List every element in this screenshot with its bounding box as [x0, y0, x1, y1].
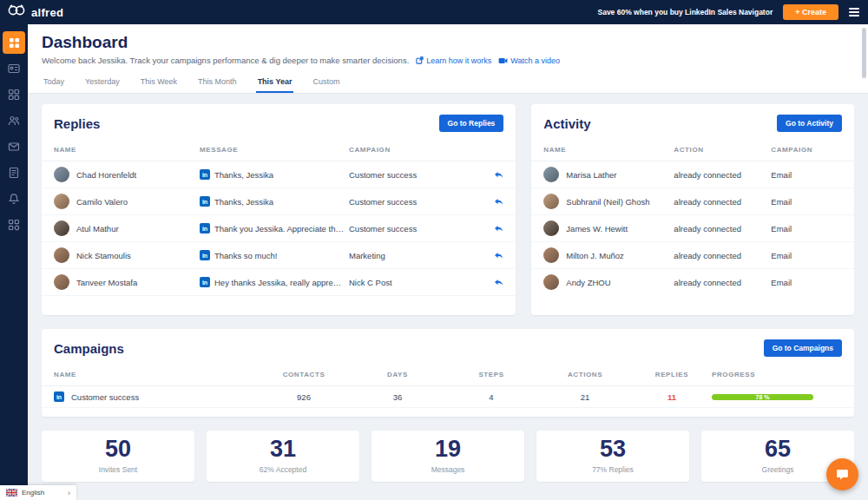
tab-today[interactable]: Today [42, 74, 66, 93]
page-header: Dashboard Welcome back Jessika. Track yo… [28, 24, 868, 94]
chat-bubble-icon [835, 468, 850, 482]
progress-fill: 78 % [712, 394, 813, 400]
campaigns-table-header: NAME CONTACTS DAYS STEPS ACTIONS REPLIES… [42, 364, 854, 386]
prospect-card-icon [8, 62, 20, 75]
scrollbar-thumb[interactable] [862, 28, 866, 78]
inbox-envelope-icon [8, 141, 20, 153]
reply-row[interactable]: Nick Stamoulis inThanks so much! Marketi… [42, 242, 516, 269]
sidebar-item-prospects[interactable] [3, 57, 25, 80]
templates-doc-icon [8, 167, 20, 179]
language-selector[interactable]: English › [0, 485, 76, 500]
stat-replies: 53 77% Replies [536, 431, 689, 482]
linkedin-icon: in [200, 196, 210, 207]
avatar [54, 220, 69, 236]
sidebar [0, 24, 28, 500]
campaign-row[interactable]: inCustomer success 926 36 4 21 11 78 % [42, 386, 854, 408]
tab-this-year[interactable]: This Year [256, 74, 294, 93]
stat-invites-sent: 50 Invites Sent [42, 431, 194, 482]
replies-count: 11 [632, 392, 712, 402]
linkedin-icon: in [54, 391, 64, 402]
reply-row[interactable]: Tanveer Mostafa inHey thanks Jessika, re… [42, 269, 516, 296]
linkedin-icon: in [200, 250, 210, 260]
avatar [543, 220, 559, 236]
sidebar-item-integrations[interactable] [3, 214, 25, 236]
tab-custom[interactable]: Custom [311, 74, 341, 93]
replies-table-header: NAME MESSAGE CAMPAIGN [42, 139, 516, 161]
video-camera-icon [498, 57, 508, 64]
activity-card: Activity Go to Activity NAME ACTION CAMP… [531, 104, 854, 315]
language-label: English [22, 489, 44, 497]
bell-icon [8, 193, 20, 205]
stats-row: 50 Invites Sent 31 62% Accepted 19 Messa… [42, 431, 854, 482]
reply-icon[interactable] [486, 279, 503, 286]
activity-row[interactable]: Milton J. Muñoz already connected Email [531, 242, 854, 269]
reply-icon[interactable] [486, 171, 503, 179]
avatar [54, 167, 69, 182]
reply-icon[interactable] [486, 198, 503, 206]
alfred-logo-icon [7, 4, 26, 20]
promo-banner: Save 60% when you buy LinkedIn Sales Nav… [598, 8, 773, 16]
stat-accepted: 31 62% Accepted [207, 431, 359, 482]
tab-this-week[interactable]: This Week [139, 74, 179, 93]
avatar [543, 194, 559, 209]
avatar [54, 194, 69, 209]
dashboard-icon [9, 37, 20, 49]
sidebar-item-notifications[interactable] [3, 188, 25, 210]
activity-row[interactable]: Andy ZHOU already connected Email [531, 269, 854, 295]
tab-yesterday[interactable]: Yesterday [83, 74, 122, 93]
reply-row[interactable]: Chad Horenfeldt inThanks, Jessika Custom… [42, 161, 516, 188]
activity-title: Activity [543, 116, 590, 131]
stat-messages: 19 Messages [372, 431, 524, 482]
reply-icon[interactable] [486, 225, 503, 233]
avatar [543, 247, 559, 263]
sidebar-item-campaigns[interactable] [3, 83, 25, 106]
chat-widget-button[interactable] [826, 458, 858, 490]
replies-card: Replies Go to Replies NAME MESSAGE CAMPA… [42, 104, 516, 315]
avatar [543, 167, 559, 182]
activity-row[interactable]: James W. Hewitt already connected Email [531, 215, 854, 242]
avatar [543, 274, 559, 290]
page-title: Dashboard [42, 33, 854, 52]
contacts-people-icon [8, 115, 20, 127]
learn-how-link[interactable]: Learn how it works [416, 56, 491, 65]
chevron-right-icon: › [68, 489, 70, 497]
create-button[interactable]: + Create [783, 4, 838, 20]
menu-icon[interactable] [849, 8, 859, 16]
brand-name: alfred [31, 6, 63, 19]
campaigns-card: Campaigns Go to Campaigns NAME CONTACTS … [42, 329, 854, 417]
linkedin-icon: in [200, 169, 210, 180]
main-area: Dashboard Welcome back Jessika. Track yo… [28, 24, 868, 500]
uk-flag-icon [6, 489, 17, 497]
activity-row[interactable]: Subhranil (Neil) Ghosh already connected… [531, 188, 854, 215]
sidebar-item-contacts[interactable] [3, 109, 25, 132]
go-to-replies-button[interactable]: Go to Replies [439, 115, 504, 132]
sidebar-item-inbox[interactable] [3, 135, 25, 158]
external-link-icon [416, 56, 424, 64]
go-to-activity-button[interactable]: Go to Activity [777, 115, 842, 132]
progress-bar: 78 % [712, 394, 842, 400]
watch-video-link[interactable]: Watch a video [498, 56, 560, 65]
campaigns-grid-icon [8, 89, 20, 101]
tab-this-month[interactable]: This Month [196, 74, 239, 93]
activity-row[interactable]: Marisa Lather already connected Email [531, 161, 854, 188]
reply-icon[interactable] [486, 252, 503, 260]
reply-row[interactable]: Atul Mathur inThank you Jessika. Appreci… [42, 215, 516, 242]
campaigns-title: Campaigns [54, 341, 124, 356]
sidebar-item-dashboard[interactable] [3, 31, 25, 54]
welcome-text: Welcome back Jessika. Track your campaig… [42, 56, 409, 65]
go-to-campaigns-button[interactable]: Go to Campaigns [764, 339, 842, 357]
integrations-puzzle-icon [8, 219, 20, 231]
topbar: alfred Save 60% when you buy LinkedIn Sa… [0, 0, 868, 24]
avatar [54, 274, 69, 290]
linkedin-icon: in [200, 223, 210, 234]
activity-table-header: NAME ACTION CAMPAIGN [531, 139, 854, 161]
time-filter-tabs: Today Yesterday This Week This Month Thi… [42, 74, 854, 93]
sidebar-item-templates[interactable] [3, 161, 25, 184]
reply-row[interactable]: Camilo Valero inThanks, Jessika Customer… [42, 188, 516, 215]
replies-title: Replies [54, 116, 100, 131]
avatar [54, 247, 69, 263]
linkedin-icon: in [200, 277, 210, 287]
